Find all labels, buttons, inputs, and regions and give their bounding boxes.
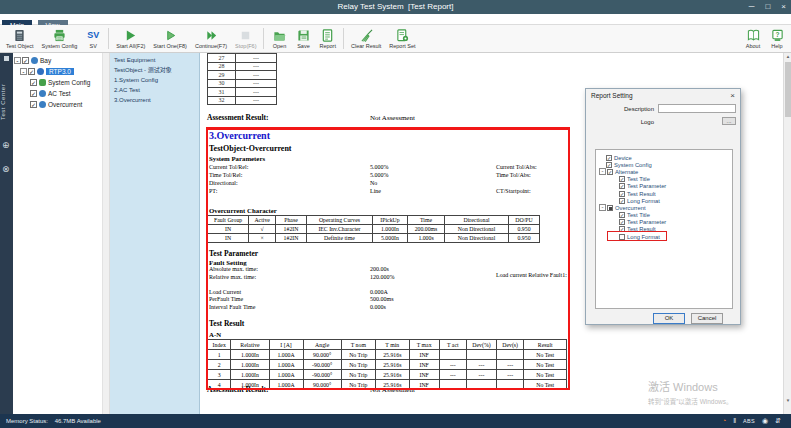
section-item-alternate[interactable]: -✓Alternate <box>596 168 732 175</box>
parameter-text: Current Tol/Abs: <box>496 164 537 170</box>
stop-button[interactable]: Stop(F6) <box>231 25 260 52</box>
tree-item-device[interactable]: - ✓ RTP3.0 <box>13 66 102 77</box>
report-set-icon <box>396 28 409 42</box>
table-cell: 1#2IN <box>276 234 307 243</box>
checkbox[interactable]: ✓ <box>28 68 35 75</box>
section-item-long-format[interactable]: Long Format <box>596 233 732 240</box>
column-header: Result <box>524 340 567 350</box>
nav-item-2-ac-test[interactable]: 2.AC Test <box>110 85 199 95</box>
start-all-icon <box>124 28 137 42</box>
save-button[interactable]: Save <box>291 25 315 52</box>
section-item-label: Device <box>614 155 632 161</box>
tree-item-overcurrent[interactable]: ✓ Overcurrent <box>13 99 102 110</box>
cancel-button[interactable]: Cancel <box>691 313 723 324</box>
dock-pin-icon[interactable] <box>4 56 9 61</box>
collapse-icon[interactable]: - <box>14 57 21 64</box>
section-item-test-title[interactable]: ✓Test Title <box>596 176 732 183</box>
report-sections-tree: ✓Device✓System Config-✓Alternate✓Test Ti… <box>595 149 733 309</box>
start-all-button[interactable]: Start All(F2) <box>112 25 149 52</box>
nav-item-testobject[interactable]: TestObject - 测试对象 <box>110 65 199 75</box>
report-button[interactable]: Report <box>315 25 340 52</box>
checkbox[interactable]: ✓ <box>30 79 37 86</box>
nav-item-1-system-config[interactable]: 1.System Config <box>110 75 199 85</box>
collapse-icon[interactable]: - <box>599 168 606 175</box>
add-circle-icon[interactable]: ⊕ <box>2 141 10 150</box>
ribbon-tab-strip: Main View <box>0 14 791 25</box>
close-icon[interactable]: × <box>781 0 786 14</box>
toolbar-button-label: Save <box>297 43 310 49</box>
section-item-test-parameter[interactable]: ✓Test Parameter <box>596 183 732 190</box>
table-cell: --- <box>439 370 467 380</box>
continue-button[interactable]: Continue(F7) <box>191 25 231 52</box>
section-item-overcurrent[interactable]: -Overcurrent <box>596 204 732 211</box>
maximize-icon[interactable]: □ <box>765 0 770 14</box>
open-button[interactable]: Open <box>267 25 291 52</box>
scrollbar-thumb[interactable] <box>785 62 791 117</box>
table-cell <box>496 380 524 390</box>
collapse-icon[interactable]: - <box>20 68 27 75</box>
section-item-test-title[interactable]: ✓Test Title <box>596 212 732 219</box>
table-header-row: Fault GroupActivePhaseOperating CurvesIP… <box>208 216 540 225</box>
logo-browse-button[interactable]: ... <box>722 117 736 125</box>
start-one-button[interactable]: Start One(F8) <box>149 25 191 52</box>
section-item-system-config[interactable]: ✓System Config <box>596 161 732 168</box>
stop-icon <box>239 28 252 42</box>
checkbox[interactable]: ✓ <box>607 169 613 175</box>
system-parameter-row: Time Tol/Rel:5.000%Time Tol/Abs: <box>200 172 580 180</box>
section-item-test-result[interactable]: ✓Test Result <box>596 190 732 197</box>
toolbar-button-label: Stop(F6) <box>235 43 256 49</box>
ok-button[interactable]: OK <box>653 313 685 324</box>
scroll-down-icon[interactable]: ▼ <box>784 397 791 405</box>
section-item-device[interactable]: ✓Device <box>596 154 732 161</box>
fault-setting-row: Interval Fault Time0.000s <box>200 304 580 312</box>
table-cell: No Test <box>524 350 567 360</box>
checkbox[interactable]: ✓ <box>619 191 625 197</box>
highlight-box <box>607 231 667 241</box>
clear-result-button[interactable]: Clear Result <box>347 25 385 52</box>
tree-scrollbar[interactable] <box>103 53 110 414</box>
dialog-close-icon[interactable]: × <box>730 89 735 102</box>
nav-item-test-equipment[interactable]: Test Equipment <box>110 55 199 65</box>
minimize-icon[interactable]: ─ <box>749 0 755 14</box>
section-item-test-parameter[interactable]: ✓Test Parameter <box>596 219 732 226</box>
checkbox[interactable]: ✓ <box>30 101 37 108</box>
section-item-label: Test Result <box>627 191 656 197</box>
scroll-up-icon[interactable]: ▲ <box>784 53 791 61</box>
about-button[interactable]: About <box>741 25 765 52</box>
help-button[interactable]: ?Help <box>765 25 789 52</box>
collapse-icon[interactable]: - <box>599 204 606 211</box>
checkbox[interactable]: ✓ <box>619 176 625 182</box>
tree-item-system-config[interactable]: ✓ System Config <box>13 77 102 88</box>
checkbox[interactable]: ✓ <box>619 219 625 225</box>
tree-item-bay[interactable]: - ✓ Bay <box>13 55 102 66</box>
table-cell: No Trip <box>341 360 375 370</box>
section-item-label: Long Format <box>627 198 660 204</box>
sv-button[interactable]: SVSV <box>81 25 105 52</box>
toolbar-button-label: Test Object <box>6 43 34 49</box>
help-icon: ? <box>771 28 784 42</box>
report-set-button[interactable]: Report Set <box>385 25 419 52</box>
table-cell: 29 <box>208 71 236 80</box>
checkbox[interactable]: ✓ <box>606 162 612 168</box>
checkbox[interactable]: ✓ <box>606 155 612 161</box>
parameter-text: Line <box>370 188 381 194</box>
tree-item-ac-test[interactable]: ✓ AC Test <box>13 88 102 99</box>
checkbox[interactable]: ✓ <box>30 90 37 97</box>
test-object-button[interactable]: Test Object <box>2 25 38 52</box>
checkbox[interactable]: ✓ <box>619 198 625 204</box>
settings-rows-table: 27---28---29---30---31---32--- <box>207 53 277 105</box>
nav-item-3-overcurrent[interactable]: 3.Overcurrent <box>110 95 199 105</box>
close-circle-icon[interactable]: ⊗ <box>2 165 10 174</box>
table-cell: 5.000In <box>372 234 407 243</box>
section-item-long-format[interactable]: ✓Long Format <box>596 197 732 204</box>
test-center-tab[interactable]: Test Center <box>0 67 13 137</box>
checkbox[interactable]: ✓ <box>619 212 625 218</box>
vertical-scrollbar[interactable]: ▲ ▼ <box>783 53 791 414</box>
checkbox[interactable]: ✓ <box>619 183 625 189</box>
checkbox[interactable]: ✓ <box>22 57 29 64</box>
description-input[interactable] <box>658 104 736 113</box>
table-cell: IN <box>208 225 249 234</box>
bay-icon <box>31 57 38 64</box>
system-config-button[interactable]: System Config <box>38 25 82 52</box>
checkbox[interactable] <box>607 205 613 211</box>
